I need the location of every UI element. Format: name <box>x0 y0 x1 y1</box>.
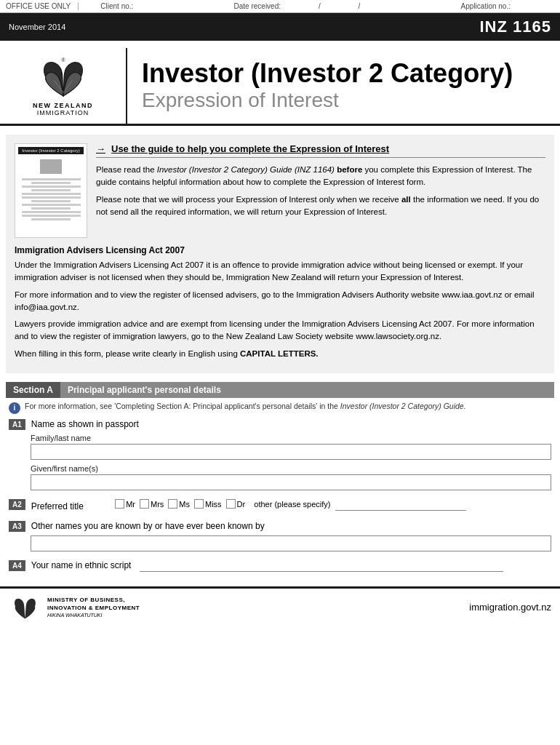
given-name-input[interactable] <box>31 474 551 490</box>
title-miss-label: Miss <box>194 498 222 511</box>
more-info: For more information and to view the reg… <box>15 289 545 314</box>
ethnic-script-input[interactable] <box>140 559 503 572</box>
footer-logo: MINISTRY OF BUSINESS, INNOVATION & EMPLO… <box>9 594 140 620</box>
thumb-line <box>22 215 81 217</box>
date-field: Date received: / / <box>234 2 383 10</box>
thumb-logo <box>40 159 62 174</box>
office-use-bar: OFFICE USE ONLY Client no.: Date receive… <box>0 0 560 13</box>
given-name-label: Given/first name(s) <box>31 464 551 473</box>
q4-row: A4 Your name in ethnic script <box>9 559 551 572</box>
footer-url-normal: .govt.nz <box>518 602 551 613</box>
info-licensing: Immigration Advisers Licensing Act 2007 … <box>15 244 545 364</box>
logo-text: NEW ZEALAND IMMIGRATION <box>33 102 93 116</box>
header-date: November 2014 <box>9 23 65 31</box>
date-sep2: / <box>359 2 361 10</box>
application-label: Application no.: <box>461 2 511 10</box>
thumb-line <box>22 196 81 199</box>
title-mrs-checkbox[interactable] <box>140 499 149 509</box>
q4-badge: A4 <box>9 560 25 571</box>
info-icon: i <box>9 402 20 414</box>
q2-badge: A2 <box>9 499 25 510</box>
family-name-input[interactable] <box>31 444 551 460</box>
logo-country: NEW ZEALAND <box>33 102 93 109</box>
section-a-label: Section A <box>6 382 60 398</box>
footer-fern-icon <box>9 594 41 620</box>
title-miss-checkbox[interactable] <box>194 499 204 509</box>
info-para2: Please note that we will process your Ex… <box>96 194 545 219</box>
thumb-line <box>31 200 71 202</box>
client-no-field: Client no.: <box>100 2 155 10</box>
arrow-icon: → <box>96 143 105 154</box>
q2-row: A2 Preferred title Mr Mrs Ms <box>9 498 551 513</box>
q1-badge: A1 <box>9 419 25 430</box>
title-ms-checkbox[interactable] <box>168 499 177 509</box>
section-a-title: Principal applicant's personal details <box>60 382 228 398</box>
q1-row: A1 Name as shown in passport <box>9 418 551 431</box>
q3-label: Other names you are known by or have eve… <box>31 519 551 533</box>
question-a4-block: A4 Your name in ethnic script <box>6 559 554 572</box>
thumb-line <box>22 178 81 180</box>
thumb-line <box>22 211 81 213</box>
logo-dept: IMMIGRATION <box>37 109 89 116</box>
footer-ministry-text: MINISTRY OF BUSINESS, INNOVATION & EMPLO… <box>47 596 140 619</box>
title-dr-checkbox[interactable] <box>226 499 236 509</box>
q4-label: Your name in ethnic script <box>31 559 551 572</box>
q3-badge: A3 <box>9 521 25 532</box>
date-sep1: / <box>319 2 321 10</box>
other-label: other (please specify) <box>249 498 330 511</box>
ministry-maori: HIKINA WHAKATUTUKI <box>47 612 140 619</box>
date-label: Date received: <box>234 2 281 10</box>
section-a-header: Section A Principal applicant's personal… <box>6 382 554 398</box>
title-section: ® NEW ZEALAND IMMIGRATION Investor (Inve… <box>0 41 560 126</box>
licensing-title: Immigration Advisers Licensing Act 2007 <box>15 244 545 257</box>
question-a3-block: A3 Other names you are known by or have … <box>6 519 554 551</box>
title-ms-label: Ms <box>168 498 190 511</box>
info-para1: Please read the Investor (Investor 2 Cat… <box>96 164 545 189</box>
info-content: → Use the guide to help you complete the… <box>96 143 545 238</box>
q3-row: A3 Other names you are known by or have … <box>9 519 551 533</box>
thumb-line <box>31 189 71 191</box>
title-other-input[interactable] <box>335 498 466 511</box>
title-dr-label: Dr <box>226 498 246 511</box>
footer-url: immigration.govt.nz <box>469 602 551 613</box>
client-label: Client no.: <box>100 2 133 10</box>
thumb-line <box>22 186 81 188</box>
title-mr-label: Mr <box>115 498 135 511</box>
info-note-text: For more information, see 'Completing Se… <box>25 402 466 410</box>
thumb-title: Investor (Investor 2 Category) <box>18 147 84 154</box>
use-guide-label: Use the guide to help you complete the E… <box>111 143 389 154</box>
title-mr-checkbox[interactable] <box>115 499 124 509</box>
info-box: Investor (Investor 2 Category) → <box>6 135 554 373</box>
title-area: Investor (Investor 2 Category) Expressio… <box>127 48 560 124</box>
q1-label: Name as shown in passport <box>31 418 551 431</box>
question-a2-block: A2 Preferred title Mr Mrs Ms <box>6 498 554 513</box>
thumb-line <box>31 207 71 210</box>
page-title-main: Investor (Investor 2 Category) <box>142 59 545 88</box>
thumb-lines <box>18 156 84 220</box>
title-mrs-label: Mrs <box>140 498 164 511</box>
page-title-sub: Expression of Interest <box>142 88 545 113</box>
info-box-top: Investor (Investor 2 Category) → <box>15 143 545 238</box>
capital-note: When filling in this form, please write … <box>15 348 545 360</box>
form-number: INZ 1165 <box>480 17 552 36</box>
title-options-row: Mr Mrs Ms Miss <box>115 498 465 511</box>
other-names-input[interactable] <box>31 535 551 551</box>
thumb-line <box>22 193 81 195</box>
logo-area: ® NEW ZEALAND IMMIGRATION <box>0 48 127 124</box>
info-title: → Use the guide to help you complete the… <box>96 143 545 158</box>
question-a1-block: A1 Name as shown in passport Family/last… <box>6 418 554 490</box>
guide-thumbnail: Investor (Investor 2 Category) <box>15 143 87 238</box>
header-bar: November 2014 INZ 1165 <box>0 13 560 41</box>
nz-fern-logo: ® <box>34 55 92 99</box>
q2-label: Preferred title Mr Mrs Ms <box>31 498 551 513</box>
family-name-label: Family/last name <box>31 434 551 442</box>
form-body: A1 Name as shown in passport Family/last… <box>0 418 560 573</box>
lawyers-para: Lawyers provide immigration advice and a… <box>15 318 545 343</box>
ministry-line2: INNOVATION & EMPLOYMENT <box>47 604 140 612</box>
section-a-info-note: i For more information, see 'Completing … <box>0 398 560 418</box>
licensing-para: Under the Immigration Advisers Licensing… <box>15 259 545 284</box>
svg-text:®: ® <box>61 57 65 63</box>
thumb-line <box>22 204 81 206</box>
thumb-line <box>31 182 71 184</box>
footer: MINISTRY OF BUSINESS, INNOVATION & EMPLO… <box>0 586 560 626</box>
